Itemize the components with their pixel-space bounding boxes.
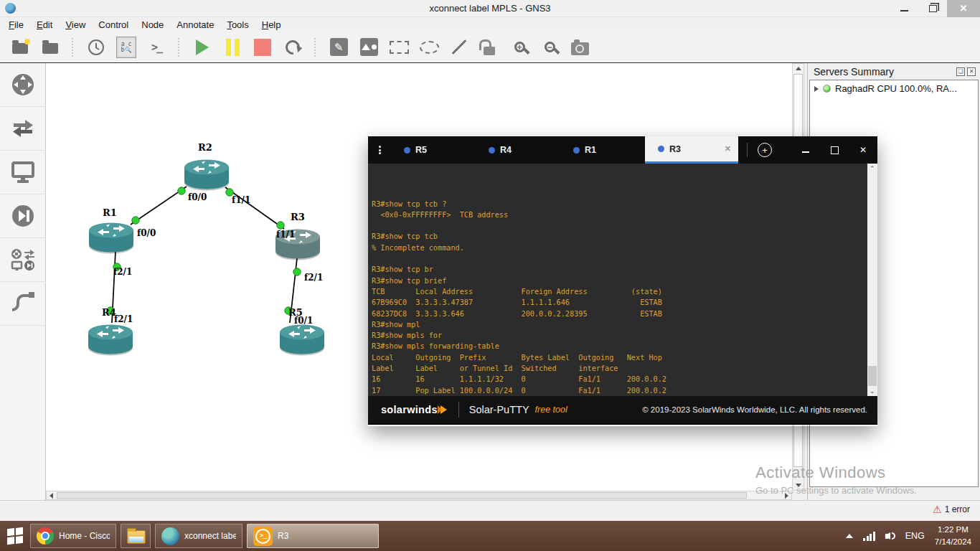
kebab-menu-icon[interactable]: [368, 136, 391, 164]
error-warning-icon: ⚠: [933, 504, 942, 514]
terminal-tab[interactable]: R3 ✕: [645, 136, 738, 164]
terminal-tab[interactable]: R5 ✕: [391, 136, 476, 164]
taskbar-button[interactable]: Home - Cisco Co...: [30, 524, 116, 548]
tray-clock[interactable]: 1:22 PM 7/14/2024: [935, 524, 971, 547]
menu-item[interactable]: Edit: [31, 19, 58, 31]
close-button[interactable]: ✕: [947, 0, 980, 17]
panel-close-icon[interactable]: ✕: [967, 67, 976, 76]
solarwinds-logo: solarwinds: [381, 404, 438, 415]
draw-line-icon[interactable]: [449, 37, 469, 57]
routers-icon[interactable]: [0, 63, 46, 107]
reload-icon[interactable]: [283, 37, 303, 57]
router-node[interactable]: [88, 221, 135, 254]
terminal-maximize-button[interactable]: [820, 136, 849, 164]
tray-show-hidden-icon[interactable]: [846, 534, 853, 538]
zoom-in-icon[interactable]: +: [509, 37, 529, 57]
new-tab-icon[interactable]: +: [758, 143, 772, 157]
restore-button[interactable]: [918, 0, 947, 17]
canvas-horizontal-scrollbar[interactable]: [46, 491, 792, 500]
terminal-line: 17 Pop Label 100.0.0.0/24 0 Fa1/1 200.0.…: [372, 385, 866, 396]
volume-icon[interactable]: [885, 532, 895, 540]
terminal-body[interactable]: R3#show tcp tcb ? <0x0-0xFFFFFFFF> TCB a…: [368, 164, 877, 396]
menu-item[interactable]: View: [60, 19, 91, 31]
draw-ellipse-icon[interactable]: [419, 37, 439, 57]
tabbar-divider: [747, 143, 748, 157]
topology-label: f1/1: [276, 230, 295, 240]
topology-label: R1: [103, 207, 117, 218]
security-devices-icon[interactable]: [0, 194, 46, 238]
session-status-dot: [658, 146, 664, 152]
start-button[interactable]: [0, 521, 30, 551]
terminal-tab[interactable]: R4 ✕: [476, 136, 560, 164]
error-count[interactable]: 1 error: [945, 504, 970, 514]
session-status-dot: [573, 147, 580, 154]
menu-item[interactable]: Annotate: [171, 19, 220, 31]
add-note-icon[interactable]: ✎: [329, 37, 349, 57]
gns3-statusbar: ⚠ 1 error: [0, 500, 980, 521]
menu-item[interactable]: File: [3, 19, 29, 31]
taskbar-button[interactable]: R3: [247, 524, 379, 548]
router-node[interactable]: [87, 323, 134, 356]
terminal-line: R3#show tcp tcb: [372, 231, 866, 242]
router-node[interactable]: [278, 323, 326, 356]
network-signal-icon[interactable]: [863, 532, 875, 541]
terminal-line: 16 16 1.1.1.1/32 0 Fa1/1 200.0.0.2: [372, 374, 866, 385]
panel-float-icon[interactable]: ❏: [956, 67, 965, 76]
interface-labels-icon[interactable]: a cb🔍: [116, 37, 136, 57]
terminal-tab[interactable]: R1 ✕: [560, 136, 645, 164]
language-indicator[interactable]: ENG: [905, 531, 925, 541]
toolbar-separator: [178, 38, 181, 57]
menu-item[interactable]: Control: [93, 19, 134, 31]
draw-rectangle-icon[interactable]: [389, 37, 409, 57]
stop-icon[interactable]: [253, 37, 273, 57]
terminal-scrollbar[interactable]: ⌃ ⌄: [867, 164, 877, 396]
taskbar-button[interactable]: [121, 524, 151, 548]
switches-icon[interactable]: [0, 107, 46, 151]
server-row[interactable]: RaghadR CPU 100.0%, RA...: [811, 83, 976, 94]
all-devices-icon[interactable]: [0, 238, 46, 282]
taskbar-button[interactable]: xconnect label M...: [155, 524, 242, 548]
terminal-line: Label Label or Tunnel Id Switched interf…: [372, 363, 866, 374]
expand-arrow-icon[interactable]: [814, 86, 819, 92]
add-link-icon[interactable]: [0, 282, 46, 326]
menu-item[interactable]: Tools: [221, 19, 254, 31]
windows-logo-icon: [7, 527, 23, 545]
insert-image-icon[interactable]: [359, 37, 379, 57]
start-icon[interactable]: [192, 37, 212, 57]
console-icon[interactable]: >_: [146, 37, 166, 57]
suspend-icon[interactable]: [222, 37, 242, 57]
open-project-icon[interactable]: [40, 37, 60, 57]
topology-label: f2/1: [113, 267, 132, 277]
solarwinds-flame-icon: [440, 405, 447, 414]
terminal-minimize-button[interactable]: [791, 136, 820, 164]
product-name: Solar-PuTTY: [469, 404, 529, 415]
scroll-down-icon[interactable]: ⌄: [870, 387, 875, 395]
terminal-line: R3#show tcp tcb ?: [372, 199, 866, 209]
terminal-line: R3#show tcp br: [372, 264, 866, 275]
screenshot-icon[interactable]: [570, 37, 590, 57]
new-project-icon[interactable]: [10, 37, 30, 57]
terminal-line: <0x0-0xFFFFFFFF> TCB address: [372, 209, 866, 220]
menu-item[interactable]: Help: [256, 19, 287, 31]
device-palette: [0, 63, 46, 500]
tab-close-icon[interactable]: ✕: [725, 144, 731, 154]
snapshot-clock-icon[interactable]: [86, 37, 106, 57]
toolbar-separator: [314, 38, 317, 57]
lock-icon[interactable]: [479, 37, 499, 57]
topology-label: f0/0: [188, 192, 207, 202]
minimize-button[interactable]: [890, 0, 918, 17]
zoom-out-icon[interactable]: −: [540, 37, 560, 57]
horizontal-scrollbar-thumb[interactable]: [57, 492, 747, 499]
end-devices-icon[interactable]: [0, 151, 46, 194]
copyright-text: © 2019-2023 SolarWinds Worldwide, LLC. A…: [642, 405, 867, 414]
window-title: xconnect label MPLS - GNS3: [0, 3, 980, 14]
terminal-close-button[interactable]: ✕: [849, 136, 877, 164]
scroll-up-icon[interactable]: ⌃: [870, 165, 875, 172]
router-node[interactable]: [183, 158, 230, 191]
menu-item[interactable]: Node: [136, 19, 169, 31]
session-status-dot: [404, 147, 410, 154]
terminal-line: TCB Local Address Foreign Address (state…: [372, 286, 866, 297]
terminal-tab-label: R1: [585, 145, 596, 155]
taskbar-app-icon: [253, 527, 273, 546]
terminal-scrollbar-thumb[interactable]: [868, 366, 877, 386]
